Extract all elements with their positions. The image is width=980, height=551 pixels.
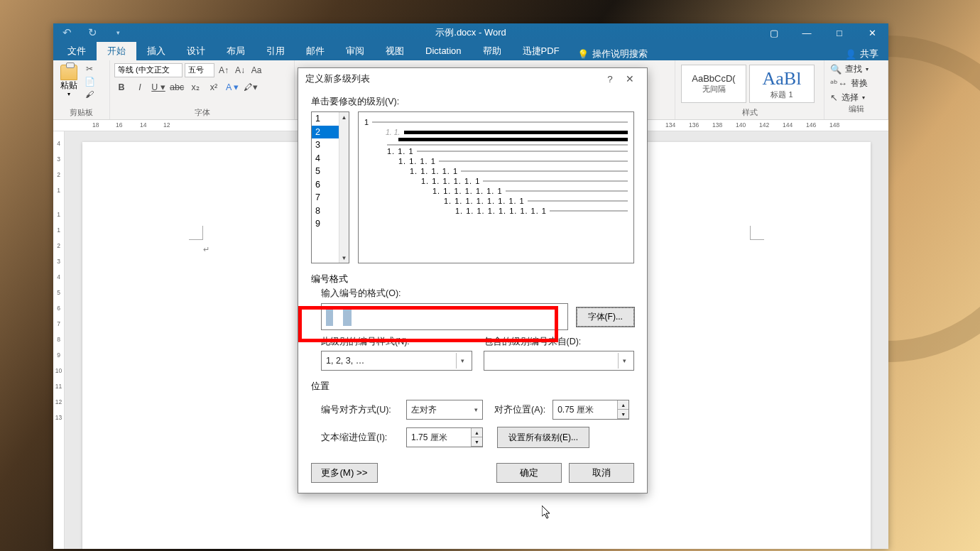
clipboard-icon (60, 65, 77, 80)
level-item-5[interactable]: 5 (312, 165, 339, 178)
tab-references[interactable]: 引用 (256, 42, 295, 60)
replace-label: 替换 (851, 77, 868, 89)
minimize-button[interactable]: — (790, 23, 823, 42)
number-format-input[interactable] (321, 303, 568, 330)
more-button[interactable]: 更多(M) >> (311, 463, 378, 483)
change-case-icon[interactable]: Aa (249, 64, 263, 77)
grow-font-icon[interactable]: A↑ (217, 64, 231, 77)
bold-button[interactable]: B (114, 82, 129, 92)
tab-file[interactable]: 文件 (57, 42, 97, 60)
tab-layout[interactable]: 布局 (216, 42, 256, 60)
include-from-label: 包含的级别编号来自(D): (484, 336, 635, 348)
share-button[interactable]: 👤 共享 (835, 48, 888, 60)
vertical-ruler[interactable]: 4 3 2 1 1 1 2 3 4 5 6 7 8 9 10 11 12 13 (53, 131, 65, 549)
ruler-tick: 142 (759, 121, 769, 129)
tab-insert[interactable]: 插入 (136, 42, 176, 60)
replace-icon: ᵃᵇ↔ (830, 78, 847, 89)
ok-button[interactable]: 确定 (496, 463, 562, 483)
level-item-7[interactable]: 7 (312, 191, 339, 204)
set-all-levels-button[interactable]: 设置所有级别(E)... (497, 427, 589, 448)
font-size-select[interactable]: 五号 (185, 63, 214, 77)
ribbon-options-icon[interactable]: ▢ (758, 23, 790, 42)
number-style-select[interactable]: 1, 2, 3, … ▾ (321, 351, 472, 371)
scroll-down-icon[interactable]: ▼ (339, 253, 349, 263)
tab-design[interactable]: 设计 (176, 42, 216, 60)
vr-tick: 3 (57, 258, 60, 265)
tab-review[interactable]: 审阅 (335, 42, 375, 60)
copy-icon[interactable]: 📄 (83, 76, 96, 87)
level-item-9[interactable]: 9 (312, 217, 339, 231)
chevron-down-icon: ▾ (618, 353, 631, 369)
font-group-label: 字体 (110, 107, 294, 119)
vr-tick: 4 (57, 273, 60, 280)
level-scrollbar[interactable]: ▲ ▼ (339, 112, 349, 263)
vr-tick: 7 (57, 320, 60, 327)
level-listbox[interactable]: 1 2 3 4 5 6 7 8 9 ▲ ▼ (311, 111, 349, 263)
spin-down-icon[interactable]: ▼ (617, 410, 628, 419)
strikethrough-button[interactable]: abc (170, 82, 184, 92)
cancel-button[interactable]: 取消 (569, 463, 634, 483)
dialog-close-button[interactable]: ✕ (620, 73, 640, 84)
dialog-help-button[interactable]: ? (600, 74, 620, 84)
spin-up-icon[interactable]: ▲ (617, 400, 628, 410)
level-item-1[interactable]: 1 (312, 112, 339, 126)
font-dialog-button[interactable]: 字体(F)... (577, 307, 634, 327)
replace-button[interactable]: ᵃᵇ↔替换 (830, 77, 882, 89)
level-item-8[interactable]: 8 (312, 204, 339, 218)
subscript-button[interactable]: x₂ (188, 82, 202, 92)
indent-spinner[interactable]: 1.75 厘米 ▲▼ (406, 427, 483, 447)
close-window-button[interactable]: ✕ (856, 23, 888, 42)
tab-help[interactable]: 帮助 (472, 42, 512, 60)
text-effects-button[interactable]: A ▾ (225, 82, 239, 92)
aligned-at-spinner[interactable]: 0.75 厘米 ▲▼ (552, 400, 629, 420)
italic-button[interactable]: I (133, 82, 147, 92)
paste-button[interactable]: 粘贴 ▾ (58, 63, 80, 99)
multilevel-list-dialog: 定义新多级列表 ? ✕ 单击要修改的级别(V): 1 2 3 4 5 6 7 8… (298, 67, 648, 493)
indent-value: 1.75 厘米 (407, 432, 471, 444)
tab-view[interactable]: 视图 (375, 42, 415, 60)
level-item-2[interactable]: 2 (312, 126, 339, 139)
superscript-button[interactable]: x² (207, 82, 221, 92)
list-preview: 1 1. 1. 1. 1. 1 1. 1. 1. 1 1. 1. 1. 1. 1… (358, 111, 634, 263)
styles-group-label: 样式 (675, 107, 824, 119)
redo-icon[interactable]: ↻ (85, 26, 100, 40)
dialog-titlebar[interactable]: 定义新多级列表 ? ✕ (298, 68, 647, 89)
number-style-label: 此级别的编号样式(N): (321, 336, 472, 348)
chevron-down-icon: ▾ (469, 402, 482, 418)
select-button[interactable]: ↖选择▾ (830, 92, 882, 104)
tab-home[interactable]: 开始 (97, 42, 136, 60)
undo-icon[interactable]: ↶ (59, 26, 75, 40)
font-name-select[interactable]: 等线 (中文正文 (114, 63, 183, 77)
underline-button[interactable]: U ▾ (151, 82, 165, 92)
level-item-4[interactable]: 4 (312, 152, 339, 165)
style-name2: 标题 1 (771, 89, 793, 100)
tab-pdf[interactable]: 迅捷PDF (512, 42, 570, 60)
tell-me-box[interactable]: 💡 操作说明搜索 (577, 48, 648, 60)
format-painter-icon[interactable]: 🖌 (83, 89, 96, 100)
align-select[interactable]: 左对齐 ▾ (406, 400, 483, 420)
paste-dropdown-icon[interactable]: ▾ (67, 91, 70, 97)
maximize-button[interactable]: □ (823, 23, 856, 42)
cut-icon[interactable]: ✂ (83, 63, 96, 75)
spin-down-icon[interactable]: ▼ (471, 437, 482, 447)
level-prompt-label: 单击要修改的级别(V): (311, 96, 634, 108)
tab-dictation[interactable]: Dictation (415, 42, 472, 60)
ruler-tick: 14 (140, 121, 146, 129)
shrink-font-icon[interactable]: A↓ (233, 64, 247, 77)
tab-mailings[interactable]: 邮件 (295, 42, 335, 60)
ruler-tick: 144 (783, 121, 793, 129)
editing-group-label: 编辑 (824, 104, 888, 116)
window-title: 示例.docx - Word (435, 26, 506, 39)
find-button[interactable]: 🔍查找▾ (830, 63, 882, 75)
scroll-up-icon[interactable]: ▲ (339, 112, 349, 122)
style-heading1[interactable]: AaBl 标题 1 (749, 65, 815, 103)
include-from-select[interactable]: ▾ (484, 351, 635, 371)
level-item-3[interactable]: 3 (312, 138, 339, 152)
style-nospacing[interactable]: AaBbCcD( 无间隔 (681, 65, 746, 103)
level-item-6[interactable]: 6 (312, 178, 339, 192)
qat-more-icon[interactable]: ▾ (110, 26, 126, 40)
vr-tick: 10 (55, 367, 62, 374)
ruler-tick: 148 (829, 121, 839, 129)
spin-up-icon[interactable]: ▲ (471, 428, 482, 437)
highlight-button[interactable]: 🖍▾ (244, 82, 258, 92)
